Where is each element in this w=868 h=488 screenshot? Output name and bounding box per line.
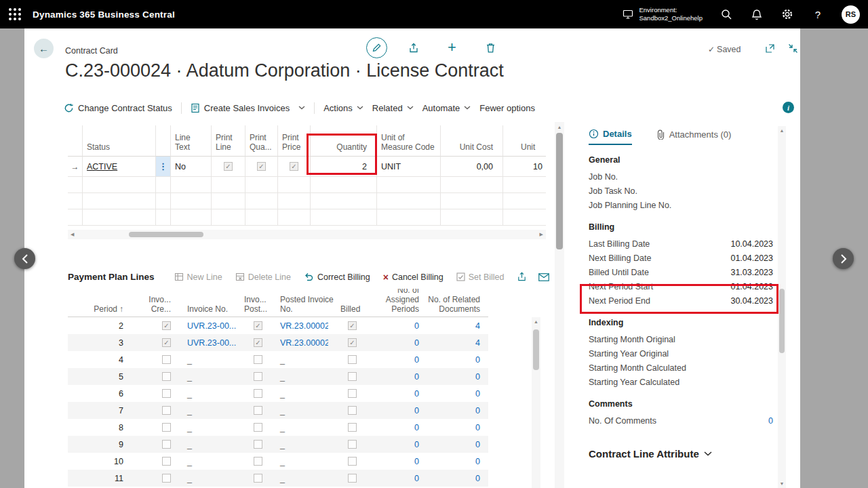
environment-indicator[interactable]: Environment: Sandbox2_Onlinehelp: [621, 6, 703, 23]
row-menu-button[interactable]: ⋮: [156, 157, 171, 177]
invoice-created-checkbox[interactable]: [162, 372, 171, 381]
payment-cell-invoice-no[interactable]: UVR.23-00...: [176, 334, 236, 351]
lines-horizontal-scrollbar[interactable]: ◀ ▶: [68, 230, 546, 239]
billed-checkbox[interactable]: [348, 440, 357, 449]
payment-cell-period[interactable]: 11: [68, 470, 129, 487]
next-record-button[interactable]: [833, 248, 854, 269]
billed-checkbox[interactable]: [348, 355, 357, 364]
billed-checkbox[interactable]: [348, 372, 357, 381]
related-menu[interactable]: Related: [372, 103, 414, 113]
payment-cell-billed[interactable]: [328, 419, 362, 436]
col-status[interactable]: Status: [83, 125, 156, 157]
payment-table-row[interactable]: 9__00: [68, 436, 488, 453]
col-print-price[interactable]: PrintPrice: [278, 125, 311, 157]
print-line-checkbox[interactable]: ✓: [224, 162, 233, 171]
payment-cell-invoice-created[interactable]: [129, 470, 176, 487]
horizontal-scroll-thumb[interactable]: [129, 232, 203, 237]
payment-table-row[interactable]: 11__00: [68, 470, 488, 487]
contract-line-attribute-header[interactable]: Contract Line Attribute: [580, 448, 778, 460]
print-quantity-checkbox[interactable]: ✓: [257, 162, 266, 171]
payment-cell-assigned-periods[interactable]: 0: [362, 453, 425, 470]
print-line-cell[interactable]: ✓: [212, 157, 245, 177]
lines-empty-row[interactable]: [68, 177, 546, 193]
payment-cell-assigned-periods[interactable]: 0: [362, 317, 425, 334]
invoice-posted-checkbox[interactable]: ✓: [254, 321, 262, 330]
payment-cell-billed[interactable]: [328, 351, 362, 368]
scroll-down-arrow-icon[interactable]: ▼: [778, 481, 786, 486]
user-avatar[interactable]: RS: [842, 5, 860, 24]
col-assigned-periods[interactable]: No. ofAssignedPeriods: [362, 289, 425, 317]
payment-cell-related-documents[interactable]: 0: [425, 351, 486, 368]
unit-of-measure-cell[interactable]: UNIT: [377, 157, 441, 177]
invoice-posted-checkbox[interactable]: [254, 440, 262, 449]
delete-line-button[interactable]: Delete Line: [235, 272, 291, 282]
back-button[interactable]: ←: [34, 39, 54, 58]
payment-cell-assigned-periods[interactable]: 0: [362, 419, 425, 436]
payment-cell-posted-invoice-no[interactable]: _: [270, 470, 328, 487]
unit-clipped-cell[interactable]: 10: [503, 157, 546, 177]
col-unit-cost[interactable]: Unit Cost: [441, 125, 503, 157]
help-icon[interactable]: ?: [811, 7, 825, 21]
set-billed-button[interactable]: Set Billed: [456, 272, 505, 282]
open-in-new-window-button[interactable]: [765, 43, 775, 54]
payment-cell-invoice-posted[interactable]: [236, 470, 270, 487]
invoice-created-checkbox[interactable]: [162, 457, 171, 466]
payment-cell-invoice-posted[interactable]: [236, 385, 270, 402]
payment-cell-related-documents[interactable]: 0: [425, 402, 486, 419]
print-price-cell[interactable]: ✓: [278, 157, 311, 177]
payment-cell-invoice-posted[interactable]: [236, 368, 270, 385]
billed-checkbox[interactable]: ✓: [348, 338, 357, 347]
scroll-up-arrow-icon[interactable]: ▲: [555, 125, 564, 129]
billed-checkbox[interactable]: [348, 474, 357, 483]
payment-cell-posted-invoice-no[interactable]: VR.23.000029: [270, 334, 328, 351]
payment-cell-related-documents[interactable]: 4: [425, 317, 486, 334]
payment-cell-invoice-posted[interactable]: [236, 419, 270, 436]
billed-checkbox[interactable]: [348, 457, 357, 466]
change-contract-status-button[interactable]: Change Contract Status: [64, 103, 172, 113]
payment-cell-invoice-posted[interactable]: [236, 453, 270, 470]
payment-cell-billed[interactable]: [328, 436, 362, 453]
payment-cell-billed[interactable]: [328, 385, 362, 402]
unit-cost-cell[interactable]: 0,00: [441, 157, 503, 177]
payment-cell-assigned-periods[interactable]: 0: [362, 436, 425, 453]
payment-cell-invoice-created[interactable]: [129, 368, 176, 385]
payment-cell-billed[interactable]: ✓: [328, 317, 362, 334]
lines-empty-row[interactable]: [68, 209, 546, 226]
payment-cell-invoice-no[interactable]: _: [176, 470, 236, 487]
scroll-left-arrow-icon[interactable]: ◀: [71, 232, 74, 237]
search-icon[interactable]: [719, 7, 733, 21]
invoice-posted-checkbox[interactable]: [254, 389, 262, 398]
payment-table-row[interactable]: 6__00: [68, 385, 488, 402]
invoice-posted-checkbox[interactable]: [254, 474, 262, 483]
payment-cell-assigned-periods[interactable]: 0: [362, 368, 425, 385]
payment-table-scrollbar[interactable]: ▲: [532, 317, 540, 488]
cancel-billing-button[interactable]: × Cancel Billing: [383, 272, 443, 282]
payment-cell-invoice-created[interactable]: [129, 385, 176, 402]
app-launcher-waffle-icon[interactable]: [0, 0, 30, 28]
payment-cell-related-documents[interactable]: 0: [425, 470, 486, 487]
automate-menu[interactable]: Automate: [422, 103, 471, 113]
payment-table-row[interactable]: 5__00: [68, 368, 488, 385]
col-period[interactable]: Period↑: [68, 289, 129, 317]
payment-table-row[interactable]: 4__00: [68, 351, 488, 368]
invoice-created-checkbox[interactable]: ✓: [162, 338, 171, 347]
payment-cell-invoice-created[interactable]: [129, 419, 176, 436]
payment-cell-period[interactable]: 9: [68, 436, 129, 453]
invoice-posted-checkbox[interactable]: [254, 355, 262, 364]
payment-cell-period[interactable]: 3: [68, 334, 129, 351]
payment-cell-billed[interactable]: [328, 368, 362, 385]
payment-cell-billed[interactable]: ✓: [328, 334, 362, 351]
invoice-created-checkbox[interactable]: ✓: [162, 321, 171, 330]
main-scroll-thumb[interactable]: [556, 133, 563, 249]
invoice-posted-checkbox[interactable]: [254, 423, 262, 432]
payment-table-row[interactable]: 2✓UVR.23-00...✓VR.23.000029✓04: [68, 317, 488, 334]
payment-cell-related-documents[interactable]: 0: [425, 419, 486, 436]
payment-cell-assigned-periods[interactable]: 0: [362, 470, 425, 487]
payment-cell-assigned-periods[interactable]: 0: [362, 334, 425, 351]
details-scrollbar[interactable]: ▲ ▼: [778, 126, 786, 488]
payment-cell-invoice-posted[interactable]: ✓: [236, 317, 270, 334]
correct-billing-button[interactable]: Correct Billing: [304, 272, 370, 282]
settings-gear-icon[interactable]: [781, 7, 794, 21]
invoice-created-checkbox[interactable]: [162, 406, 171, 415]
payment-cell-invoice-created[interactable]: ✓: [129, 334, 176, 351]
